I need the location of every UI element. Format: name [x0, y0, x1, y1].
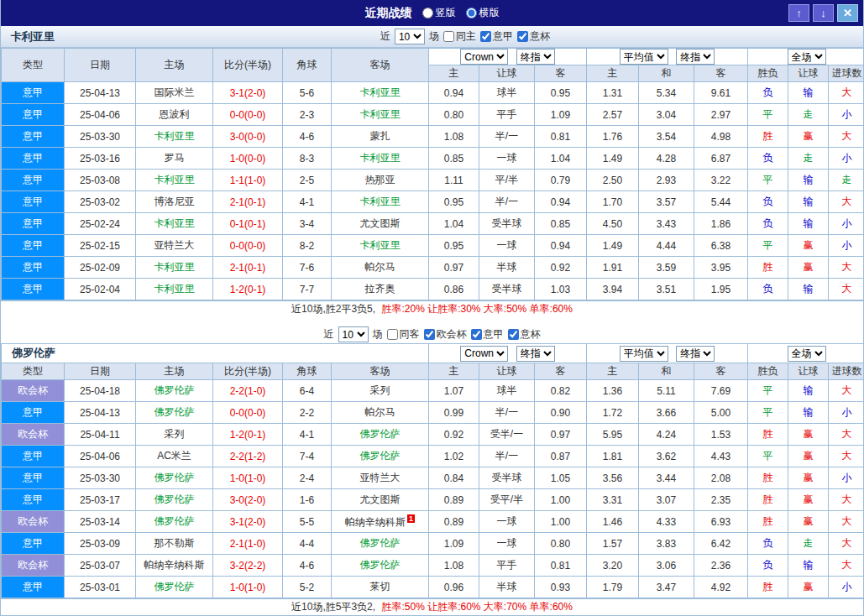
odds-source-select[interactable]: Crown — [460, 346, 508, 362]
filter-checkbox[interactable]: 欧会杯 — [424, 327, 467, 342]
home-team: 佛罗伦萨 — [136, 577, 213, 598]
recent-count-select[interactable]: 10 — [338, 326, 369, 342]
page-title: 近期战绩 — [365, 6, 412, 21]
col-corners: 角球 — [283, 363, 332, 380]
result-win-draw-loss: 负 — [748, 533, 788, 555]
result-goals: 大 — [829, 511, 864, 533]
match-date: 25-03-02 — [65, 191, 136, 213]
home-team: 卡利亚里 — [136, 213, 213, 235]
col-goals: 进球数 — [829, 65, 864, 82]
col-avg-home: 主 — [587, 363, 639, 380]
col-handicap-result: 让球 — [788, 65, 829, 82]
filter-checkbox[interactable]: 意甲 — [471, 327, 504, 342]
filter-checkbox[interactable]: 意甲 — [480, 29, 513, 44]
filter-checkbox[interactable]: 意杯 — [517, 29, 550, 44]
col-avg-home: 主 — [587, 65, 639, 82]
crown-away-odds: 1.04 — [535, 148, 587, 170]
avg-draw-odds: 4.33 — [639, 511, 694, 533]
score-halftime: 3-0(2-0) — [213, 489, 283, 511]
away-team: 卡利亚里 — [332, 104, 429, 126]
filter-checkbox-input[interactable] — [443, 31, 454, 42]
crown-handicap: 平手 — [479, 104, 535, 126]
col-avg-away: 客 — [694, 65, 748, 82]
result-goals: 大 — [829, 279, 864, 300]
filter-checkbox-input[interactable] — [424, 329, 435, 340]
result-win-draw-loss: 负 — [748, 279, 788, 300]
league-type-badge: 意甲 — [2, 170, 65, 191]
filter-checkbox[interactable]: 同主 — [443, 29, 476, 44]
result-win-draw-loss: 负 — [748, 148, 788, 170]
summary-record: 近10场,胜2平3负5, — [291, 303, 375, 315]
summary-record: 近10场,胜5平3负2, — [291, 601, 375, 613]
avg-home-odds: 1.76 — [587, 126, 639, 148]
scope-select[interactable]: 全场 — [788, 49, 826, 65]
crown-home-odds: 1.11 — [429, 170, 479, 191]
col-home: 主场 — [136, 49, 213, 82]
result-win-draw-loss: 平 — [748, 446, 788, 467]
match-date: 25-04-06 — [65, 446, 136, 467]
filter-checkbox[interactable]: 意杯 — [508, 327, 541, 342]
filter-checkbox-input[interactable] — [508, 329, 519, 340]
odds-source-select[interactable]: Crown — [460, 49, 508, 65]
vertical-layout-radio-input[interactable] — [422, 8, 433, 18]
scope-select[interactable]: 全场 — [788, 346, 826, 362]
final-index-select-2[interactable]: 终指 — [676, 49, 715, 65]
col-crown-home: 主 — [429, 363, 479, 380]
scroll-up-button[interactable]: ↑ — [788, 4, 809, 22]
crown-away-odds: 1.03 — [535, 279, 587, 300]
avg-home-odds: 1.49 — [587, 148, 639, 170]
avg-away-odds: 7.69 — [694, 380, 748, 402]
home-team: 卡利亚里 — [136, 279, 213, 300]
final-index-select[interactable]: 终指 — [516, 346, 555, 362]
away-team: 佛罗伦萨 — [332, 555, 429, 577]
corners: 2-4 — [283, 467, 332, 489]
match-row: 意甲25-02-09卡利亚里2-1(0-1)7-6帕尔马0.97半球0.921.… — [2, 257, 864, 279]
close-button[interactable]: ✕ — [837, 4, 858, 22]
vertical-layout-radio[interactable]: 竖版 — [422, 6, 456, 20]
average-odds-select[interactable]: 平均值 — [620, 49, 668, 65]
home-team: 卡利亚里 — [136, 257, 213, 279]
crown-away-odds: 0.82 — [535, 380, 587, 402]
final-index-select-2[interactable]: 终指 — [676, 346, 715, 362]
match-row: 意甲25-02-24卡利亚里0-1(0-1)3-4尤文图斯1.04受半球0.85… — [2, 213, 864, 235]
col-avg-draw: 和 — [639, 65, 694, 82]
score-halftime: 0-1(0-1) — [213, 213, 283, 235]
filter-checkbox-input[interactable] — [387, 329, 398, 340]
horizontal-layout-radio-input[interactable] — [466, 8, 477, 18]
avg-draw-odds: 3.44 — [639, 467, 694, 489]
result-win-draw-loss: 负 — [748, 82, 788, 104]
average-odds-select[interactable]: 平均值 — [620, 346, 668, 362]
horizontal-layout-radio[interactable]: 横版 — [466, 6, 500, 20]
crown-away-odds: 0.80 — [535, 533, 587, 555]
result-win-draw-loss: 胜 — [748, 467, 788, 489]
avg-home-odds: 1.70 — [587, 191, 639, 213]
league-type-badge: 意甲 — [2, 213, 65, 235]
match-date: 25-02-15 — [65, 235, 136, 257]
score-halftime: 2-1(0-1) — [213, 257, 283, 279]
avg-draw-odds: 5.34 — [639, 82, 694, 104]
filter-checkbox[interactable]: 同客 — [387, 327, 420, 342]
crown-handicap: 一球 — [479, 235, 535, 257]
corners: 2-2 — [283, 402, 332, 424]
league-type-badge: 意甲 — [2, 467, 65, 489]
filter-checkbox-input[interactable] — [471, 329, 482, 340]
filter-checkbox-label: 欧会杯 — [437, 327, 467, 342]
corners: 4-6 — [283, 555, 332, 577]
scroll-down-button[interactable]: ↓ — [813, 4, 834, 22]
league-type-badge: 意甲 — [2, 126, 65, 148]
final-index-select[interactable]: 终指 — [516, 49, 555, 65]
section-divider — [1, 317, 863, 326]
crown-home-odds: 0.99 — [429, 402, 479, 424]
recent-count-select[interactable]: 10 — [395, 29, 425, 44]
avg-away-odds: 6.93 — [694, 511, 748, 533]
match-date: 25-03-30 — [65, 126, 136, 148]
filter-checkbox-input[interactable] — [517, 31, 528, 42]
avg-draw-odds: 3.57 — [639, 191, 694, 213]
col-avg-away: 客 — [694, 363, 748, 380]
crown-handicap: 受半球 — [479, 467, 535, 489]
filter-checkbox-input[interactable] — [480, 31, 491, 42]
match-date: 25-02-09 — [65, 257, 136, 279]
filter-checkbox-label: 意杯 — [521, 327, 541, 342]
corners: 5-2 — [283, 577, 332, 598]
away-team: 卡利亚里 — [332, 191, 429, 213]
